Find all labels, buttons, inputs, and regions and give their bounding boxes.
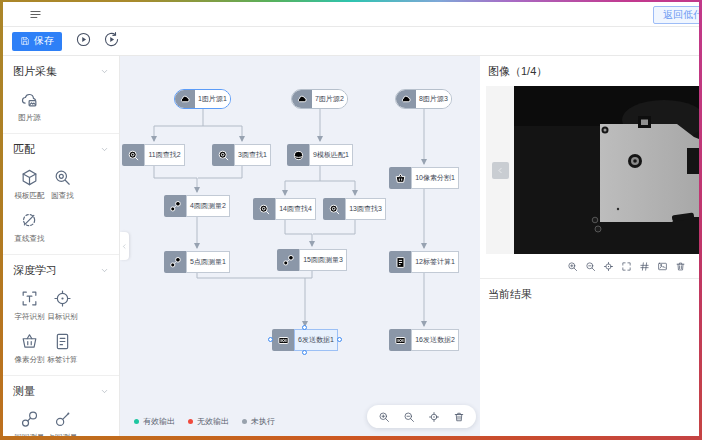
flow-canvas[interactable]: 有效输出无效输出未执行 1图片源17图片源28图片源311圆查找23圆查找19模… bbox=[120, 56, 480, 436]
flow-node-5[interactable]: 5点圆测量1 bbox=[164, 251, 230, 273]
legend-label: 无效输出 bbox=[197, 416, 229, 427]
tool-label: 圆圆测量 bbox=[15, 433, 45, 436]
sidebar-section: 深度学习字符识别目标识别像素分割标签计算 bbox=[3, 255, 119, 376]
current-result-label: 当前结果 bbox=[480, 279, 699, 302]
node-handle-top[interactable] bbox=[302, 325, 307, 330]
fullscreen-icon bbox=[621, 261, 632, 272]
tool-cube[interactable]: 模板匹配 bbox=[13, 168, 46, 201]
flow-node-13[interactable]: 13圆查找3 bbox=[323, 198, 386, 220]
target-icon bbox=[53, 289, 72, 308]
flow-node-label: 14圆查找4 bbox=[275, 198, 316, 220]
chevron-down-icon bbox=[100, 67, 109, 76]
flow-node-label: 5点圆测量1 bbox=[186, 251, 230, 273]
sidebar-collapse-handle[interactable] bbox=[120, 232, 129, 260]
tool-label: 像素分割 bbox=[15, 355, 45, 365]
flow-node-11[interactable]: 11圆查找2 bbox=[122, 144, 185, 166]
flow-node-16[interactable]: 16发送数据2 bbox=[389, 329, 459, 351]
flow-node-label: 3圆查找1 bbox=[234, 144, 271, 166]
image-compare-button[interactable] bbox=[657, 261, 668, 272]
flow-node-3[interactable]: 3圆查找1 bbox=[212, 144, 271, 166]
zoom-in-icon bbox=[378, 411, 390, 423]
flow-node-4[interactable]: 4圆圆测量2 bbox=[164, 195, 230, 217]
flow-node-6[interactable]: 6发送数据1 bbox=[272, 329, 338, 351]
grid-button[interactable] bbox=[639, 261, 650, 272]
save-icon bbox=[20, 36, 30, 46]
status-legend: 有效输出无效输出未执行 bbox=[134, 416, 275, 427]
tool-point-circle-measure[interactable]: 点圆测量 bbox=[46, 410, 79, 436]
tool-label: 圆查找 bbox=[51, 191, 74, 201]
grid-icon bbox=[639, 261, 650, 272]
sidebar-section-header[interactable]: 测量 bbox=[13, 384, 109, 399]
flow-node-label: 10像素分割1 bbox=[411, 167, 459, 189]
sidebar-section-title: 图片采集 bbox=[13, 64, 57, 79]
cloud-icon bbox=[396, 90, 416, 108]
chevron-left-icon bbox=[496, 166, 505, 175]
zoom-out-button[interactable] bbox=[403, 411, 415, 423]
prev-image-button[interactable] bbox=[492, 162, 509, 179]
preview-title: 图像（1/4） bbox=[480, 62, 699, 86]
locate-button[interactable] bbox=[603, 261, 614, 272]
tool-cloud-image[interactable]: 图片源 bbox=[13, 90, 46, 123]
flow-node-label: 16发送数据2 bbox=[411, 329, 459, 351]
chevron-down-icon bbox=[100, 266, 109, 275]
flow-node-8[interactable]: 8图片源3 bbox=[395, 89, 452, 109]
flow-node-label: 15圆圆测量3 bbox=[299, 249, 347, 271]
legend-item: 未执行 bbox=[242, 416, 275, 427]
locate-icon bbox=[603, 261, 614, 272]
zoom-in-button[interactable] bbox=[378, 411, 390, 423]
tool-basket[interactable]: 像素分割 bbox=[13, 332, 46, 365]
circle-search-icon bbox=[122, 144, 144, 166]
line-search-icon bbox=[20, 211, 39, 230]
flow-node-label: 7图片源2 bbox=[312, 90, 347, 108]
sidebar-section-header[interactable]: 匹配 bbox=[13, 142, 109, 157]
send-data-icon bbox=[272, 329, 294, 351]
ocr-icon bbox=[20, 289, 39, 308]
zoom-in-button[interactable] bbox=[567, 261, 578, 272]
circle-circle-measure-icon bbox=[20, 410, 39, 429]
flow-node-1[interactable]: 1图片源1 bbox=[174, 89, 231, 109]
back-to-lowcode-button[interactable]: 返回低代 bbox=[653, 6, 699, 24]
hamburger-menu-icon[interactable] bbox=[29, 8, 42, 21]
tool-target[interactable]: 目标识别 bbox=[46, 289, 79, 322]
run-icon bbox=[75, 31, 92, 48]
flow-edges bbox=[120, 56, 480, 436]
basket-icon bbox=[389, 167, 411, 189]
fullscreen-button[interactable] bbox=[621, 261, 632, 272]
tool-circle-search[interactable]: 圆查找 bbox=[46, 168, 79, 201]
flow-node-10[interactable]: 10像素分割1 bbox=[389, 167, 459, 189]
sidebar-section-header[interactable]: 图片采集 bbox=[13, 64, 109, 79]
run-button[interactable] bbox=[75, 31, 92, 48]
camera-image[interactable] bbox=[514, 86, 699, 254]
sidebar-section-header[interactable]: 深度学习 bbox=[13, 263, 109, 278]
flow-node-15[interactable]: 15圆圆测量3 bbox=[277, 249, 347, 271]
flow-node-9[interactable]: 9模板匹配1 bbox=[287, 144, 353, 166]
tool-line-search[interactable]: 直线查找 bbox=[13, 211, 46, 244]
cube-icon bbox=[20, 168, 39, 187]
step-run-button[interactable] bbox=[103, 31, 120, 48]
tool-label: 模板匹配 bbox=[15, 191, 45, 201]
zoom-out-button[interactable] bbox=[585, 261, 596, 272]
basket-icon bbox=[20, 332, 39, 351]
main-toolbar: 保存 bbox=[3, 27, 699, 56]
flow-node-label: 13圆查找3 bbox=[345, 198, 386, 220]
image-compare-icon bbox=[657, 261, 668, 272]
trash-button[interactable] bbox=[675, 261, 686, 272]
tool-ocr[interactable]: 字符识别 bbox=[13, 289, 46, 322]
flow-node-label: 12标签计算1 bbox=[411, 251, 459, 273]
chevron-left-icon bbox=[121, 243, 128, 250]
flow-node-14[interactable]: 14圆查找4 bbox=[253, 198, 316, 220]
node-handle-left[interactable] bbox=[268, 337, 273, 342]
node-handle-right[interactable] bbox=[337, 337, 342, 342]
flow-node-7[interactable]: 7图片源2 bbox=[291, 89, 348, 109]
trash-button[interactable] bbox=[453, 411, 465, 423]
flow-node-12[interactable]: 12标签计算1 bbox=[389, 251, 459, 273]
locate-button[interactable] bbox=[428, 411, 440, 423]
locate-icon bbox=[428, 411, 440, 423]
step-run-icon bbox=[103, 31, 120, 48]
doc-calc-icon bbox=[389, 251, 411, 273]
tool-doc-calc[interactable]: 标签计算 bbox=[46, 332, 79, 365]
legend-label: 未执行 bbox=[251, 416, 275, 427]
node-handle-bottom[interactable] bbox=[302, 350, 307, 355]
save-button[interactable]: 保存 bbox=[12, 32, 62, 51]
tool-circle-circle-measure[interactable]: 圆圆测量 bbox=[13, 410, 46, 436]
